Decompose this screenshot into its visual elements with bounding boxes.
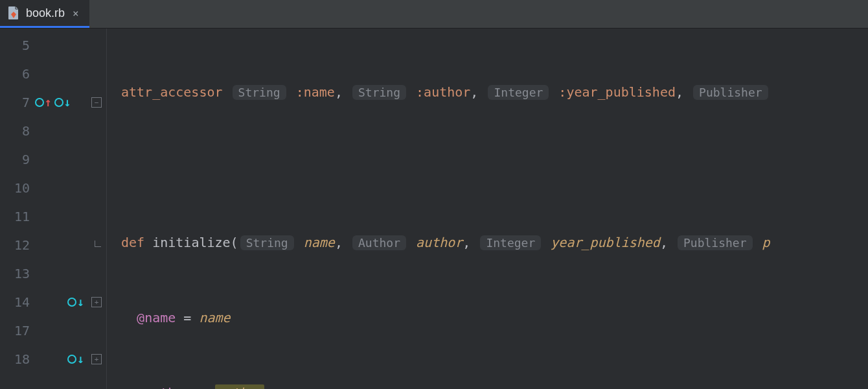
code-line[interactable]: @author = author <box>107 379 868 389</box>
type-hint: String <box>240 235 294 250</box>
code-line[interactable]: def initialize(String name, Author autho… <box>107 228 868 257</box>
type-hint: Publisher <box>693 85 768 100</box>
overridden-icon[interactable]: ↓ <box>67 353 84 365</box>
code-line[interactable] <box>107 153 868 182</box>
code-area[interactable]: attr_accessor String :name, String :auth… <box>107 29 868 389</box>
editor: 5 6 7 ↑ ↓ 8 9 10 11 12 13 14 ↓ 17 18 ↓ <box>0 29 868 389</box>
overridden-icon[interactable]: ↓ <box>54 97 71 108</box>
fold-toggle-expand-icon[interactable] <box>91 354 102 364</box>
line-number: 8 <box>0 123 34 139</box>
close-tab-icon[interactable]: × <box>71 6 80 21</box>
fold-toggle-expand-icon[interactable] <box>91 297 102 307</box>
line-number: 17 <box>0 323 34 338</box>
type-hint: Author <box>352 235 406 250</box>
type-hint: Integer <box>480 235 541 250</box>
type-hint: Publisher <box>678 235 753 250</box>
line-number: 18 <box>0 351 34 367</box>
type-hint: String <box>233 85 286 100</box>
line-number: 10 <box>0 180 34 196</box>
line-number: 9 <box>0 152 34 167</box>
type-hint: Integer <box>488 85 549 100</box>
line-number: 7 <box>0 95 34 110</box>
code-line[interactable]: @name = name <box>107 303 868 332</box>
overrides-icon[interactable]: ↑ <box>35 97 52 108</box>
overridden-icon[interactable]: ↓ <box>67 296 84 308</box>
code-line[interactable]: attr_accessor String :name, String :auth… <box>107 78 868 106</box>
tab-bar: book.rb × <box>0 0 868 29</box>
tab-label: book.rb <box>26 6 65 20</box>
gutter: 5 6 7 ↑ ↓ 8 9 10 11 12 13 14 ↓ 17 18 ↓ <box>0 29 107 389</box>
line-number: 5 <box>0 38 34 53</box>
line-number: 11 <box>0 209 34 224</box>
line-number: 6 <box>0 66 34 82</box>
fold-end-icon <box>95 241 101 247</box>
type-hint: String <box>352 85 406 100</box>
ruby-file-icon <box>8 6 19 20</box>
line-number: 13 <box>0 266 34 281</box>
line-number: 12 <box>0 237 34 253</box>
highlighted-identifier: author <box>215 384 264 389</box>
fold-toggle-collapse-icon[interactable] <box>91 97 102 108</box>
tab-book-rb[interactable]: book.rb × <box>0 0 89 28</box>
tab-bar-empty <box>89 0 868 28</box>
line-number: 14 <box>0 294 34 310</box>
